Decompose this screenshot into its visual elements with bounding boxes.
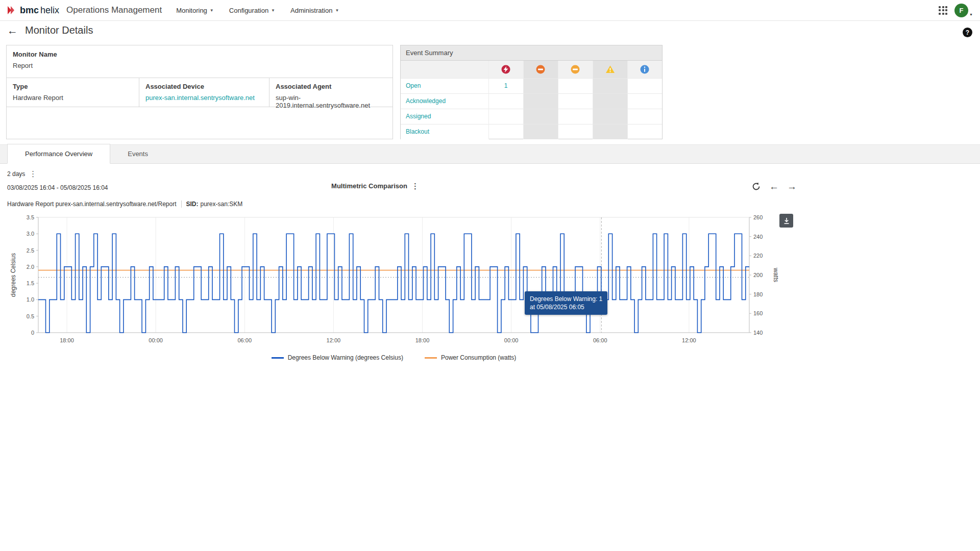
chevron-down-icon: ▼ — [335, 8, 339, 13]
assigned-minor-count — [558, 109, 593, 124]
x-tick-label: 06:00 — [237, 337, 252, 343]
avatar[interactable]: F — [954, 4, 968, 17]
multimetric-comparison-label: Multimetric Comparison — [331, 182, 407, 190]
nav-monitoring[interactable]: Monitoring ▼ — [176, 7, 214, 14]
event-summary-panel: Event Summary — [400, 45, 663, 139]
left-tick-label: 1.5 — [27, 280, 34, 286]
assigned-info-count — [627, 109, 662, 124]
help-icon[interactable]: ? — [963, 28, 972, 37]
x-tick-label: 00:00 — [149, 337, 163, 343]
right-tick-label: 200 — [753, 272, 763, 278]
divider — [181, 201, 182, 208]
tab-performance-overview[interactable]: Performance Overview — [7, 144, 110, 164]
right-tick-label: 220 — [753, 253, 763, 259]
left-tick-label: 0.5 — [27, 313, 34, 319]
user-menu[interactable]: F ▼ — [954, 4, 973, 17]
legend-item[interactable]: Power Consumption (watts) — [425, 354, 516, 361]
nav-administration[interactable]: Administration ▼ — [290, 7, 339, 14]
right-axis-title: watts — [772, 267, 779, 282]
open-info-count — [627, 78, 662, 93]
blackout-major-count — [523, 124, 558, 139]
legend-swatch — [425, 357, 437, 359]
acknowledged-minor-count — [558, 93, 593, 109]
type-label: Type — [13, 83, 133, 90]
tab-events[interactable]: Events — [110, 144, 165, 163]
x-tick-label: 00:00 — [504, 337, 519, 343]
assigned-major-count — [523, 109, 558, 124]
legend-label: Power Consumption (watts) — [441, 354, 516, 361]
associated-agent-value: sup-win-2019.internal.sentrysoftware.net — [276, 94, 386, 109]
acknowledged-link[interactable]: Acknowledged — [406, 97, 446, 105]
blackout-critical-count — [488, 124, 523, 139]
open-warning-count — [593, 78, 627, 93]
open-major-count — [523, 78, 558, 93]
legend-item[interactable]: Degrees Below Warning (degrees Celsius) — [272, 354, 403, 361]
associated-agent-label: Associated Agent — [276, 83, 386, 90]
legend-label: Degrees Below Warning (degrees Celsius) — [288, 354, 403, 361]
nav-monitoring-label: Monitoring — [176, 7, 207, 14]
right-tick-label: 140 — [753, 330, 763, 336]
event-row-assigned: Assigned — [401, 109, 662, 124]
chart-title: Hardware Report purex-san.internal.sentr… — [7, 201, 177, 208]
left-axis-title: degrees Celsius — [10, 253, 17, 297]
critical-severity-icon — [501, 65, 510, 74]
blackout-link[interactable]: Blackout — [406, 128, 429, 135]
x-tick-label: 18:00 — [60, 337, 74, 343]
x-tick-label: 12:00 — [682, 337, 696, 343]
chevron-down-icon: ▼ — [969, 13, 973, 17]
chart-legend: Degrees Below Warning (degrees Celsius)P… — [0, 354, 788, 361]
left-tick-label: 1.0 — [27, 296, 34, 303]
apps-grid-icon[interactable] — [939, 6, 947, 15]
monitor-name-value: Report — [13, 62, 386, 69]
time-range-label[interactable]: 2 days — [7, 170, 25, 178]
tabs-bar: Performance Overview Events — [0, 144, 980, 164]
comparison-kebab-icon[interactable]: ⋮ — [411, 182, 419, 190]
monitor-info-panel: Monitor Name Report Type Hardware Report… — [6, 45, 393, 139]
refresh-icon[interactable] — [751, 182, 761, 191]
next-range-icon[interactable]: → — [787, 182, 797, 191]
acknowledged-critical-count — [488, 93, 523, 109]
nav-configuration[interactable]: Configuration ▼ — [229, 7, 275, 14]
acknowledged-major-count — [523, 93, 558, 109]
acknowledged-warning-count — [593, 93, 627, 109]
type-value: Hardware Report — [13, 94, 133, 102]
chevron-down-icon: ▼ — [210, 8, 214, 13]
assigned-link[interactable]: Assigned — [406, 113, 431, 120]
back-arrow-icon[interactable]: ← — [7, 25, 18, 36]
degrees-below-warning-series — [38, 234, 749, 333]
event-row-acknowledged: Acknowledged — [401, 93, 662, 109]
page-title: Monitor Details — [25, 24, 93, 36]
download-chart-button[interactable] — [779, 214, 793, 228]
associated-device-label: Associated Device — [145, 83, 263, 90]
performance-chart[interactable]: 18:0000:0006:0012:0018:0000:0006:0012:00… — [0, 211, 796, 345]
major-severity-icon — [536, 65, 545, 74]
chevron-down-icon: ▼ — [271, 8, 275, 13]
info-severity-icon — [640, 65, 649, 74]
warning-severity-icon — [605, 65, 615, 74]
right-tick-label: 240 — [753, 234, 763, 240]
associated-device-link[interactable]: purex-san.internal.sentrysoftware.net — [145, 94, 263, 102]
previous-range-icon[interactable]: ← — [769, 182, 779, 191]
top-bar: bmc helix Operations Management Monitori… — [0, 0, 980, 21]
blackout-info-count — [627, 124, 662, 139]
left-tick-label: 2.0 — [27, 264, 34, 270]
left-tick-label: 2.5 — [27, 247, 34, 254]
top-navigation: Monitoring ▼ Configuration ▼ Administrat… — [176, 7, 339, 14]
blackout-warning-count — [593, 124, 627, 139]
download-icon — [783, 217, 790, 224]
nav-configuration-label: Configuration — [229, 7, 268, 14]
open-link[interactable]: Open — [406, 82, 421, 89]
time-range-kebab-icon[interactable]: ⋮ — [29, 170, 37, 178]
event-row-open: Open 1 — [401, 78, 662, 93]
acknowledged-info-count — [627, 93, 662, 109]
event-summary-title: Event Summary — [401, 45, 662, 61]
right-tick-label: 180 — [753, 291, 763, 297]
x-tick-label: 12:00 — [327, 337, 341, 343]
left-tick-label: 3.0 — [27, 231, 34, 237]
bmc-helix-logo[interactable]: bmc helix — [6, 5, 59, 16]
left-tick-label: 0 — [31, 330, 34, 336]
event-row-blackout: Blackout — [401, 124, 662, 139]
monitor-name-label: Monitor Name — [13, 51, 386, 58]
brand-helix: helix — [40, 5, 59, 16]
open-critical-count[interactable]: 1 — [504, 82, 508, 89]
